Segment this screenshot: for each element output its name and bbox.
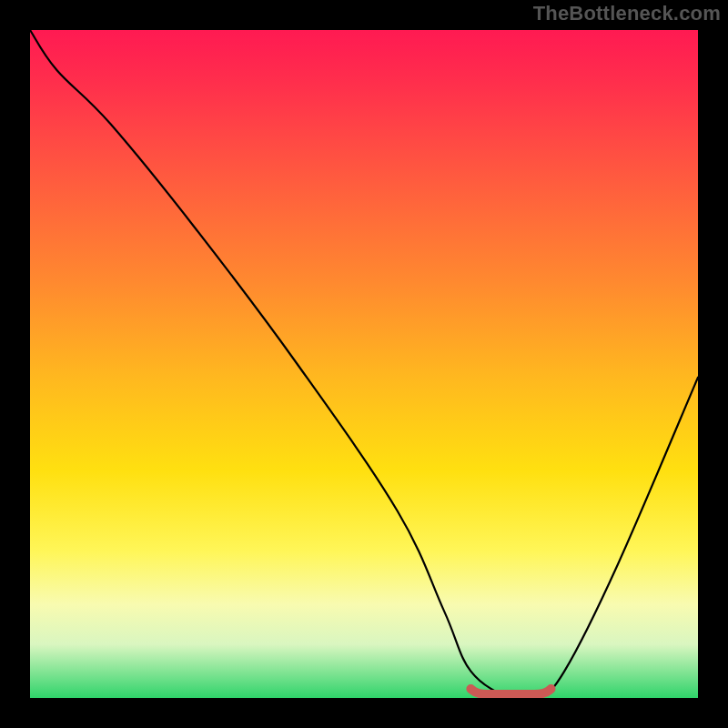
optimal-band — [470, 689, 551, 694]
chart-frame: TheBottleneck.com — [0, 0, 728, 728]
curve-layer — [30, 30, 698, 698]
plot-area — [30, 30, 698, 698]
watermark-text: TheBottleneck.com — [533, 2, 721, 25]
bottleneck-curve — [30, 30, 698, 698]
